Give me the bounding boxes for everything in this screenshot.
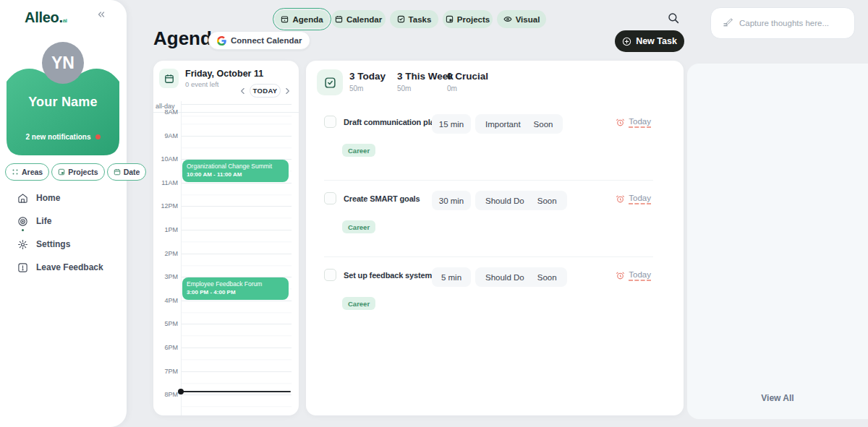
user-name: Your Name [7,95,119,110]
areas-icon [12,168,19,176]
sidebar-item-settings[interactable]: Settings [17,238,103,250]
new-task-label: New Task [636,36,677,46]
priority-chip[interactable]: Important Soon [475,114,563,134]
new-task-button[interactable]: New Task [615,30,684,52]
current-time-indicator [179,391,291,392]
duration-chip[interactable]: 5 min [432,267,471,287]
event-title: Organizational Change Summit [187,163,284,171]
task-row[interactable]: Create SMART goals 30 min Should Do Soon… [306,185,684,257]
avatar-initials: YN [51,53,75,73]
life-indicator-dot [22,229,24,231]
alarm-clock-icon [616,194,625,204]
task-tag[interactable]: Career [342,144,375,157]
search-icon[interactable] [667,12,683,27]
hour-label: 2PM [153,250,178,257]
hour-label: 1PM [153,226,178,233]
duration-chip[interactable]: 15 min [432,114,471,134]
task-row[interactable]: Draft communication plan 15 min Importan… [306,108,684,181]
row-divider [324,180,653,181]
events-left: 0 event left [185,80,218,88]
tab-calendar[interactable]: Calendar [331,10,386,28]
hour-label: 5PM [153,320,178,327]
hour-label: 8AM [153,108,178,116]
time-axis-divider [181,101,182,415]
tab-projects-label: Projects [457,15,490,24]
projects-button[interactable]: Projects [51,163,104,181]
calendar-date: Friday, October 11 [185,69,263,79]
due-date[interactable]: Today [616,270,651,281]
hour-label: 8PM [153,391,178,398]
calendar-event[interactable]: Employee Feedback Forum 3:00 PM - 4:00 P… [182,277,289,300]
app-logo: Alleo.ai [25,9,67,26]
leave-feedback-label: Leave Feedback [36,262,103,272]
projects-label: Projects [68,168,98,176]
priority-label: Should Do [485,273,524,282]
task-title: Create SMART goals [344,194,432,203]
stat-today: 3 Today 50m [349,71,386,92]
life-target-icon [17,216,28,227]
stat-crucial: 0 Crucial 0m [447,71,488,92]
notifications[interactable]: 2 new notifications [7,133,119,141]
date-button[interactable]: Date [107,163,147,181]
next-day-chevron-icon[interactable] [282,85,292,98]
logo-text: Alleo. [25,9,63,25]
tab-visual-label: Visual [516,15,540,24]
task-checkbox[interactable] [324,269,336,281]
tasks-panel-icon [317,69,343,95]
hour-label: 6PM [153,344,178,351]
task-checkbox[interactable] [324,192,336,204]
today-button[interactable]: TODAY [250,84,281,98]
task-tag[interactable]: Career [342,220,375,233]
event-time: 10:00 AM - 11:00 AM [187,171,284,178]
hour-label: 12PM [153,202,178,210]
task-checkbox[interactable] [324,116,336,128]
priority-chip[interactable]: Should Do Soon [475,191,567,210]
capture-thoughts-input[interactable] [739,19,848,27]
collapse-sidebar-icon[interactable] [96,9,108,21]
capture-thoughts-box [710,7,855,39]
priority-chip[interactable]: Should Do Soon [475,267,567,287]
gear-icon [17,239,28,250]
row-divider [324,256,653,257]
date-label: Date [124,168,140,176]
due-date[interactable]: Today [616,117,651,128]
sidebar-item-life[interactable]: Life [17,215,103,227]
calendar-panel: Friday, October 11 0 event left TODAY al… [153,61,299,415]
date-icon [114,168,121,176]
task-tag[interactable]: Career [342,297,375,310]
due-label: Today [629,194,651,204]
hour-label: 11AM [153,179,178,186]
calendar-event[interactable]: Organizational Change Summit 10:00 AM - … [182,160,289,182]
view-all-link[interactable]: View All [687,393,868,403]
hour-label: 9AM [153,132,178,139]
hour-label: 10AM [153,155,178,163]
priority-label: Important [485,120,521,129]
tab-tasks[interactable]: Tasks [390,10,438,28]
calendar-panel-icon [159,69,179,88]
alarm-clock-icon [616,271,625,280]
duration-chip[interactable]: 30 min [432,191,471,210]
prev-day-chevron-icon[interactable] [238,85,248,98]
alarm-clock-icon [616,118,625,127]
task-title: Set up feedback system [344,271,432,280]
sidebar-item-leave-feedback[interactable]: Leave Feedback [17,262,103,273]
connect-calendar-button[interactable]: Connect Calendar [208,31,310,50]
sidebar-item-home[interactable]: Home [17,192,103,204]
sidebar-menu: Home Life Settings Leave Feedback [17,192,103,273]
due-label: Today [629,270,651,281]
tab-visual[interactable]: Visual [497,10,546,28]
stat-this-week-label: 3 This Week [397,71,454,82]
areas-button[interactable]: Areas [5,163,49,181]
tab-agenda[interactable]: Agenda [275,10,329,28]
tab-projects[interactable]: Projects [443,10,493,28]
agenda-icon [281,15,289,23]
notification-dot-icon [95,134,101,139]
logo-tld: ai [63,17,67,24]
due-date[interactable]: Today [616,194,651,204]
avatar[interactable]: YN [42,42,84,84]
stat-crucial-duration: 0m [447,85,488,92]
calendar-time-grid: all-day 8AM 9AM 10AM 11AM 12PM 1PM 2PM 3… [153,101,299,415]
tab-calendar-label: Calendar [346,15,382,24]
task-row[interactable]: Set up feedback system 5 min Should Do S… [306,262,684,334]
stat-today-duration: 50m [349,85,386,92]
